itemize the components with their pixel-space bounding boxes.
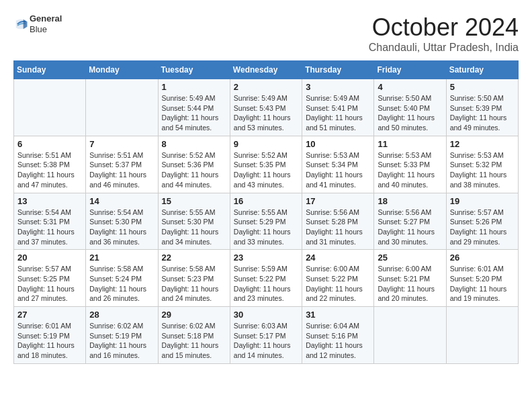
calendar-cell: 18Sunrise: 5:56 AMSunset: 5:27 PMDayligh…: [374, 193, 446, 250]
day-number: 6: [17, 139, 82, 149]
day-header-sunday: Sunday: [14, 61, 86, 79]
day-info: Sunrise: 5:55 AMSunset: 5:30 PMDaylight:…: [162, 208, 226, 247]
day-number: 25: [378, 253, 442, 263]
location-title: Chandauli, Uttar Pradesh, India: [369, 42, 519, 54]
title-area: October 2024 Chandauli, Uttar Pradesh, I…: [369, 13, 519, 54]
day-number: 16: [234, 196, 298, 206]
day-number: 12: [450, 139, 515, 149]
day-number: 2: [234, 82, 298, 92]
day-info: Sunrise: 5:53 AMSunset: 5:34 PMDaylight:…: [306, 150, 370, 190]
month-title: October 2024: [369, 13, 519, 42]
calendar-cell: 17Sunrise: 5:56 AMSunset: 5:28 PMDayligh…: [302, 193, 374, 250]
calendar-cell: 14Sunrise: 5:54 AMSunset: 5:30 PMDayligh…: [86, 193, 158, 250]
calendar-cell: [86, 79, 158, 136]
calendar-week-5: 27Sunrise: 6:01 AMSunset: 5:19 PMDayligh…: [14, 307, 519, 364]
day-info: Sunrise: 5:53 AMSunset: 5:33 PMDaylight:…: [378, 150, 442, 190]
day-info: Sunrise: 5:56 AMSunset: 5:27 PMDaylight:…: [378, 208, 442, 247]
day-header-wednesday: Wednesday: [230, 61, 302, 79]
day-header-tuesday: Tuesday: [158, 61, 230, 79]
calendar-table: SundayMondayTuesdayWednesdayThursdayFrid…: [13, 60, 519, 364]
day-number: 28: [89, 310, 154, 320]
day-number: 31: [306, 310, 370, 320]
calendar-cell: 4Sunrise: 5:50 AMSunset: 5:40 PMDaylight…: [374, 79, 446, 136]
day-info: Sunrise: 5:49 AMSunset: 5:41 PMDaylight:…: [306, 93, 370, 133]
calendar-cell: 6Sunrise: 5:51 AMSunset: 5:38 PMDaylight…: [14, 136, 86, 193]
day-number: 3: [306, 82, 370, 92]
day-number: 29: [162, 310, 226, 320]
calendar-week-2: 6Sunrise: 5:51 AMSunset: 5:38 PMDaylight…: [14, 136, 519, 193]
calendar-cell: 26Sunrise: 6:01 AMSunset: 5:20 PMDayligh…: [446, 250, 518, 307]
day-info: Sunrise: 5:59 AMSunset: 5:22 PMDaylight:…: [234, 264, 298, 304]
day-info: Sunrise: 5:58 AMSunset: 5:23 PMDaylight:…: [162, 264, 226, 304]
day-info: Sunrise: 5:50 AMSunset: 5:39 PMDaylight:…: [450, 93, 515, 133]
day-info: Sunrise: 6:02 AMSunset: 5:18 PMDaylight:…: [162, 321, 226, 361]
day-header-saturday: Saturday: [446, 61, 518, 79]
calendar-cell: 19Sunrise: 5:57 AMSunset: 5:26 PMDayligh…: [446, 193, 518, 250]
day-info: Sunrise: 5:56 AMSunset: 5:28 PMDaylight:…: [306, 208, 370, 247]
day-number: 19: [450, 196, 515, 206]
day-info: Sunrise: 5:58 AMSunset: 5:24 PMDaylight:…: [89, 264, 154, 304]
calendar-cell: [374, 307, 446, 364]
page-header: General Blue October 2024 Chandauli, Utt…: [13, 13, 519, 54]
calendar-week-1: 1Sunrise: 5:49 AMSunset: 5:44 PMDaylight…: [14, 79, 519, 136]
calendar-cell: 24Sunrise: 6:00 AMSunset: 5:22 PMDayligh…: [302, 250, 374, 307]
calendar-cell: 31Sunrise: 6:04 AMSunset: 5:16 PMDayligh…: [302, 307, 374, 364]
day-number: 4: [378, 82, 442, 92]
calendar-cell: 1Sunrise: 5:49 AMSunset: 5:44 PMDaylight…: [158, 79, 230, 136]
calendar-cell: 22Sunrise: 5:58 AMSunset: 5:23 PMDayligh…: [158, 250, 230, 307]
calendar-cell: 11Sunrise: 5:53 AMSunset: 5:33 PMDayligh…: [374, 136, 446, 193]
day-info: Sunrise: 5:54 AMSunset: 5:30 PMDaylight:…: [89, 208, 154, 247]
day-number: 30: [234, 310, 298, 320]
calendar-cell: [446, 307, 518, 364]
day-number: 20: [17, 253, 82, 263]
calendar-cell: 2Sunrise: 5:49 AMSunset: 5:43 PMDaylight…: [230, 79, 302, 136]
calendar-header-row: SundayMondayTuesdayWednesdayThursdayFrid…: [14, 61, 519, 79]
calendar-cell: [14, 79, 86, 136]
calendar-cell: 9Sunrise: 5:52 AMSunset: 5:35 PMDaylight…: [230, 136, 302, 193]
day-number: 26: [450, 253, 515, 263]
calendar-cell: 12Sunrise: 5:53 AMSunset: 5:32 PMDayligh…: [446, 136, 518, 193]
day-number: 15: [162, 196, 226, 206]
day-info: Sunrise: 6:03 AMSunset: 5:17 PMDaylight:…: [234, 321, 298, 361]
day-number: 10: [306, 139, 370, 149]
day-number: 5: [450, 82, 515, 92]
day-info: Sunrise: 6:02 AMSunset: 5:19 PMDaylight:…: [89, 321, 154, 361]
day-info: Sunrise: 6:04 AMSunset: 5:16 PMDaylight:…: [306, 321, 370, 361]
day-info: Sunrise: 5:51 AMSunset: 5:38 PMDaylight:…: [17, 150, 82, 190]
calendar-cell: 23Sunrise: 5:59 AMSunset: 5:22 PMDayligh…: [230, 250, 302, 307]
calendar-cell: 16Sunrise: 5:55 AMSunset: 5:29 PMDayligh…: [230, 193, 302, 250]
calendar-body: 1Sunrise: 5:49 AMSunset: 5:44 PMDaylight…: [14, 79, 519, 364]
calendar-cell: 8Sunrise: 5:52 AMSunset: 5:36 PMDaylight…: [158, 136, 230, 193]
calendar-cell: 29Sunrise: 6:02 AMSunset: 5:18 PMDayligh…: [158, 307, 230, 364]
day-number: 13: [17, 196, 82, 206]
day-info: Sunrise: 5:49 AMSunset: 5:43 PMDaylight:…: [234, 93, 298, 133]
day-info: Sunrise: 6:00 AMSunset: 5:21 PMDaylight:…: [378, 264, 442, 304]
logo-icon: [13, 17, 28, 32]
calendar-cell: 7Sunrise: 5:51 AMSunset: 5:37 PMDaylight…: [86, 136, 158, 193]
day-info: Sunrise: 5:57 AMSunset: 5:26 PMDaylight:…: [450, 208, 515, 247]
day-number: 24: [306, 253, 370, 263]
day-header-thursday: Thursday: [302, 61, 374, 79]
calendar-cell: 15Sunrise: 5:55 AMSunset: 5:30 PMDayligh…: [158, 193, 230, 250]
calendar-week-4: 20Sunrise: 5:57 AMSunset: 5:25 PMDayligh…: [14, 250, 519, 307]
day-info: Sunrise: 5:50 AMSunset: 5:40 PMDaylight:…: [378, 93, 442, 133]
day-info: Sunrise: 5:49 AMSunset: 5:44 PMDaylight:…: [162, 93, 226, 133]
day-info: Sunrise: 5:52 AMSunset: 5:35 PMDaylight:…: [234, 150, 298, 190]
calendar-cell: 27Sunrise: 6:01 AMSunset: 5:19 PMDayligh…: [14, 307, 86, 364]
day-header-friday: Friday: [374, 61, 446, 79]
day-info: Sunrise: 6:01 AMSunset: 5:19 PMDaylight:…: [17, 321, 82, 361]
calendar-week-3: 13Sunrise: 5:54 AMSunset: 5:31 PMDayligh…: [14, 193, 519, 250]
day-number: 8: [162, 139, 226, 149]
day-info: Sunrise: 5:51 AMSunset: 5:37 PMDaylight:…: [89, 150, 154, 190]
day-info: Sunrise: 6:00 AMSunset: 5:22 PMDaylight:…: [306, 264, 370, 304]
day-info: Sunrise: 5:53 AMSunset: 5:32 PMDaylight:…: [450, 150, 515, 190]
calendar-cell: 28Sunrise: 6:02 AMSunset: 5:19 PMDayligh…: [86, 307, 158, 364]
day-number: 14: [89, 196, 154, 206]
day-number: 17: [306, 196, 370, 206]
day-number: 21: [89, 253, 154, 263]
day-info: Sunrise: 5:54 AMSunset: 5:31 PMDaylight:…: [17, 208, 82, 247]
day-info: Sunrise: 6:01 AMSunset: 5:20 PMDaylight:…: [450, 264, 515, 304]
day-number: 18: [378, 196, 442, 206]
calendar-cell: 10Sunrise: 5:53 AMSunset: 5:34 PMDayligh…: [302, 136, 374, 193]
logo-text: General Blue: [30, 13, 62, 34]
